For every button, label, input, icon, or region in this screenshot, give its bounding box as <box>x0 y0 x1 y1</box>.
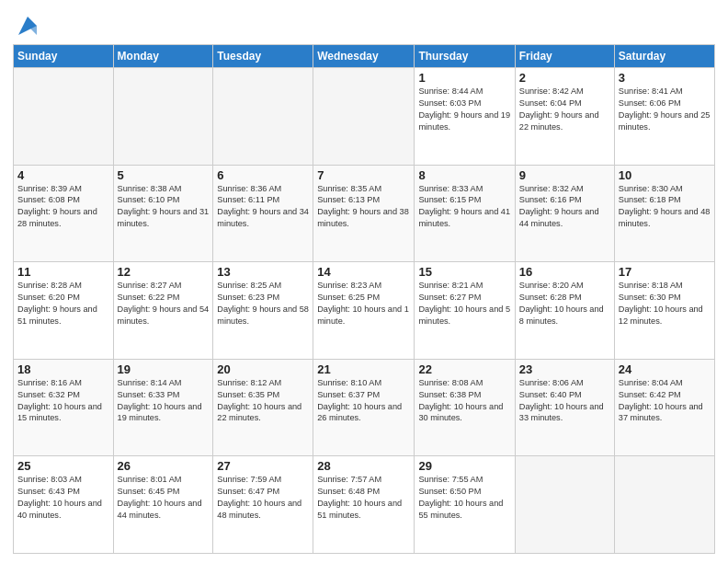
day-number: 28 <box>317 459 410 473</box>
day-number: 27 <box>217 459 309 473</box>
day-number: 19 <box>118 362 210 376</box>
day-number: 4 <box>17 168 109 182</box>
day-info: Sunrise: 8:12 AM Sunset: 6:35 PM Dayligh… <box>217 377 309 425</box>
day-number: 17 <box>619 265 711 279</box>
week-row-3: 18Sunrise: 8:16 AM Sunset: 6:32 PM Dayli… <box>14 359 715 456</box>
day-number: 23 <box>519 362 610 376</box>
day-cell: 17Sunrise: 8:18 AM Sunset: 6:30 PM Dayli… <box>614 262 714 360</box>
day-info: Sunrise: 7:59 AM Sunset: 6:47 PM Dayligh… <box>217 474 309 522</box>
day-cell: 29Sunrise: 7:55 AM Sunset: 6:50 PM Dayli… <box>415 456 515 554</box>
day-info: Sunrise: 7:57 AM Sunset: 6:48 PM Dayligh… <box>317 474 410 522</box>
day-cell: 14Sunrise: 8:23 AM Sunset: 6:25 PM Dayli… <box>313 262 415 360</box>
day-info: Sunrise: 8:08 AM Sunset: 6:38 PM Dayligh… <box>418 377 510 425</box>
day-cell: 3Sunrise: 8:41 AM Sunset: 6:06 PM Daylig… <box>614 68 714 166</box>
day-number: 1 <box>418 71 510 85</box>
week-row-0: 1Sunrise: 8:44 AM Sunset: 6:03 PM Daylig… <box>14 68 715 166</box>
day-cell: 7Sunrise: 8:35 AM Sunset: 6:13 PM Daylig… <box>313 165 415 262</box>
day-number: 12 <box>118 265 210 279</box>
day-cell: 19Sunrise: 8:14 AM Sunset: 6:33 PM Dayli… <box>113 359 213 456</box>
day-number: 26 <box>118 459 210 473</box>
day-number: 11 <box>17 265 109 279</box>
day-number: 29 <box>418 459 510 473</box>
day-cell: 26Sunrise: 8:01 AM Sunset: 6:45 PM Dayli… <box>113 456 213 554</box>
logo <box>13 13 40 39</box>
day-cell: 1Sunrise: 8:44 AM Sunset: 6:03 PM Daylig… <box>415 68 515 166</box>
day-info: Sunrise: 8:21 AM Sunset: 6:27 PM Dayligh… <box>418 280 510 327</box>
calendar-body: 1Sunrise: 8:44 AM Sunset: 6:03 PM Daylig… <box>14 68 715 554</box>
day-info: Sunrise: 8:10 AM Sunset: 6:37 PM Dayligh… <box>317 377 410 425</box>
day-info: Sunrise: 8:16 AM Sunset: 6:32 PM Dayligh… <box>17 377 109 425</box>
calendar-header: SundayMondayTuesdayWednesdayThursdayFrid… <box>14 45 715 68</box>
day-cell: 22Sunrise: 8:08 AM Sunset: 6:38 PM Dayli… <box>415 359 515 456</box>
day-cell: 20Sunrise: 8:12 AM Sunset: 6:35 PM Dayli… <box>213 359 313 456</box>
day-cell: 2Sunrise: 8:42 AM Sunset: 6:04 PM Daylig… <box>515 68 614 166</box>
day-info: Sunrise: 8:32 AM Sunset: 6:16 PM Dayligh… <box>519 183 610 231</box>
day-cell <box>113 68 213 166</box>
weekday-header-sunday: Sunday <box>14 45 114 68</box>
day-cell: 16Sunrise: 8:20 AM Sunset: 6:28 PM Dayli… <box>515 262 614 360</box>
day-number: 7 <box>317 168 410 182</box>
svg-marker-1 <box>28 26 37 35</box>
day-info: Sunrise: 8:36 AM Sunset: 6:11 PM Dayligh… <box>217 183 309 231</box>
day-cell: 25Sunrise: 8:03 AM Sunset: 6:43 PM Dayli… <box>14 456 114 554</box>
day-info: Sunrise: 7:55 AM Sunset: 6:50 PM Dayligh… <box>418 474 510 522</box>
day-info: Sunrise: 8:44 AM Sunset: 6:03 PM Dayligh… <box>418 86 510 133</box>
day-number: 9 <box>519 168 610 182</box>
day-number: 18 <box>17 362 109 376</box>
day-cell: 4Sunrise: 8:39 AM Sunset: 6:08 PM Daylig… <box>14 165 114 262</box>
day-number: 21 <box>317 362 410 376</box>
day-cell <box>213 68 313 166</box>
day-info: Sunrise: 8:23 AM Sunset: 6:25 PM Dayligh… <box>317 280 410 327</box>
day-number: 15 <box>418 265 510 279</box>
day-cell <box>313 68 415 166</box>
day-info: Sunrise: 8:03 AM Sunset: 6:43 PM Dayligh… <box>17 474 109 522</box>
day-cell: 6Sunrise: 8:36 AM Sunset: 6:11 PM Daylig… <box>213 165 313 262</box>
week-row-1: 4Sunrise: 8:39 AM Sunset: 6:08 PM Daylig… <box>14 165 715 262</box>
day-cell: 18Sunrise: 8:16 AM Sunset: 6:32 PM Dayli… <box>14 359 114 456</box>
day-number: 14 <box>317 265 410 279</box>
day-number: 13 <box>217 265 309 279</box>
day-number: 2 <box>519 71 610 85</box>
day-info: Sunrise: 8:25 AM Sunset: 6:23 PM Dayligh… <box>217 280 309 327</box>
day-number: 3 <box>619 71 711 85</box>
day-cell: 8Sunrise: 8:33 AM Sunset: 6:15 PM Daylig… <box>415 165 515 262</box>
day-cell <box>515 456 614 554</box>
weekday-header-row: SundayMondayTuesdayWednesdayThursdayFrid… <box>14 45 715 68</box>
day-number: 16 <box>519 265 610 279</box>
header <box>13 9 715 39</box>
day-number: 6 <box>217 168 309 182</box>
day-cell: 15Sunrise: 8:21 AM Sunset: 6:27 PM Dayli… <box>415 262 515 360</box>
weekday-header-wednesday: Wednesday <box>313 45 415 68</box>
day-number: 5 <box>118 168 210 182</box>
logo-icon <box>15 13 40 39</box>
day-number: 24 <box>619 362 711 376</box>
day-number: 22 <box>418 362 510 376</box>
day-cell <box>14 68 114 166</box>
day-cell: 10Sunrise: 8:30 AM Sunset: 6:18 PM Dayli… <box>614 165 714 262</box>
day-info: Sunrise: 8:28 AM Sunset: 6:20 PM Dayligh… <box>17 280 109 327</box>
calendar-table: SundayMondayTuesdayWednesdayThursdayFrid… <box>13 44 715 554</box>
weekday-header-saturday: Saturday <box>614 45 714 68</box>
day-number: 20 <box>217 362 309 376</box>
day-info: Sunrise: 8:30 AM Sunset: 6:18 PM Dayligh… <box>619 183 711 231</box>
day-info: Sunrise: 8:27 AM Sunset: 6:22 PM Dayligh… <box>118 280 210 327</box>
day-info: Sunrise: 8:33 AM Sunset: 6:15 PM Dayligh… <box>418 183 510 231</box>
day-cell: 9Sunrise: 8:32 AM Sunset: 6:16 PM Daylig… <box>515 165 614 262</box>
weekday-header-thursday: Thursday <box>415 45 515 68</box>
day-info: Sunrise: 8:18 AM Sunset: 6:30 PM Dayligh… <box>619 280 711 327</box>
day-info: Sunrise: 8:20 AM Sunset: 6:28 PM Dayligh… <box>519 280 610 327</box>
day-cell: 11Sunrise: 8:28 AM Sunset: 6:20 PM Dayli… <box>14 262 114 360</box>
day-number: 25 <box>17 459 109 473</box>
day-info: Sunrise: 8:38 AM Sunset: 6:10 PM Dayligh… <box>118 183 210 231</box>
day-info: Sunrise: 8:41 AM Sunset: 6:06 PM Dayligh… <box>619 86 711 133</box>
day-cell: 24Sunrise: 8:04 AM Sunset: 6:42 PM Dayli… <box>614 359 714 456</box>
weekday-header-monday: Monday <box>113 45 213 68</box>
day-cell: 21Sunrise: 8:10 AM Sunset: 6:37 PM Dayli… <box>313 359 415 456</box>
day-cell: 13Sunrise: 8:25 AM Sunset: 6:23 PM Dayli… <box>213 262 313 360</box>
day-info: Sunrise: 8:06 AM Sunset: 6:40 PM Dayligh… <box>519 377 610 425</box>
day-cell: 27Sunrise: 7:59 AM Sunset: 6:47 PM Dayli… <box>213 456 313 554</box>
day-number: 10 <box>619 168 711 182</box>
week-row-4: 25Sunrise: 8:03 AM Sunset: 6:43 PM Dayli… <box>14 456 715 554</box>
day-number: 8 <box>418 168 510 182</box>
day-cell: 23Sunrise: 8:06 AM Sunset: 6:40 PM Dayli… <box>515 359 614 456</box>
